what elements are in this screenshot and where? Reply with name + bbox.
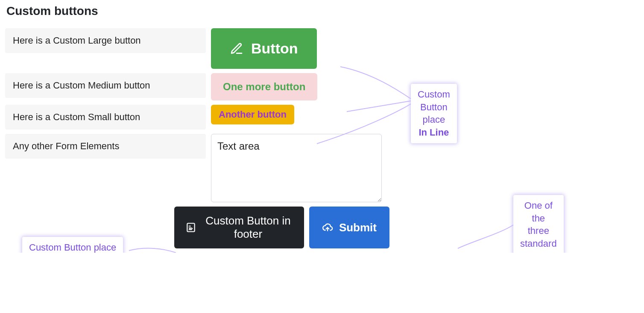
connector-standard [458,225,518,251]
custom-footer-button[interactable]: Custom Button in footer [174,207,304,248]
custom-small-button-label: Another button [219,109,287,120]
submit-button[interactable]: Submit [309,207,389,248]
label-small: Here is a Custom Small button [5,105,206,130]
page-title: Custom buttons [6,4,639,18]
footer-row: Custom Button in footer Submit [174,207,389,248]
row-medium: Here is a Custom Medium button One more … [5,73,389,100]
label-other: Any other Form Elements [5,134,206,159]
callout-footer-line1: Custom Button place [29,241,116,253]
callout-inline-line2: In Line [418,126,450,139]
callout-inline: Custom Button place In Line [411,84,457,143]
callout-footer: Custom Button place Footer [22,237,123,253]
custom-medium-button-label: One more button [223,81,305,93]
custom-large-button-label: Button [251,40,298,57]
callout-inline-line1: Custom Button place [418,88,450,126]
custom-medium-button[interactable]: One more button [211,73,317,100]
custom-large-button[interactable]: Button [211,28,317,69]
row-large: Here is a Custom Large button Button [5,28,389,69]
cloud-upload-icon [322,222,333,233]
callout-standard-line1: One of the three [520,199,557,237]
callout-standard-line2: standard buttons [520,237,557,253]
edit-icon [230,42,243,56]
callout-standard: One of the three standard buttons [513,195,564,253]
custom-small-button[interactable]: Another button [211,105,294,124]
row-small: Here is a Custom Small button Another bu… [5,105,389,130]
label-large: Here is a Custom Large button [5,28,206,53]
connector-footer [129,246,180,253]
custom-footer-button-label: Custom Button in footer [203,214,293,241]
label-medium: Here is a Custom Medium button [5,73,206,98]
textarea-input[interactable] [211,134,382,202]
row-other: Any other Form Elements [5,134,389,202]
submit-button-label: Submit [339,221,377,234]
form-area: Here is a Custom Large button Button Her… [5,28,389,248]
chart-document-icon [185,222,196,233]
